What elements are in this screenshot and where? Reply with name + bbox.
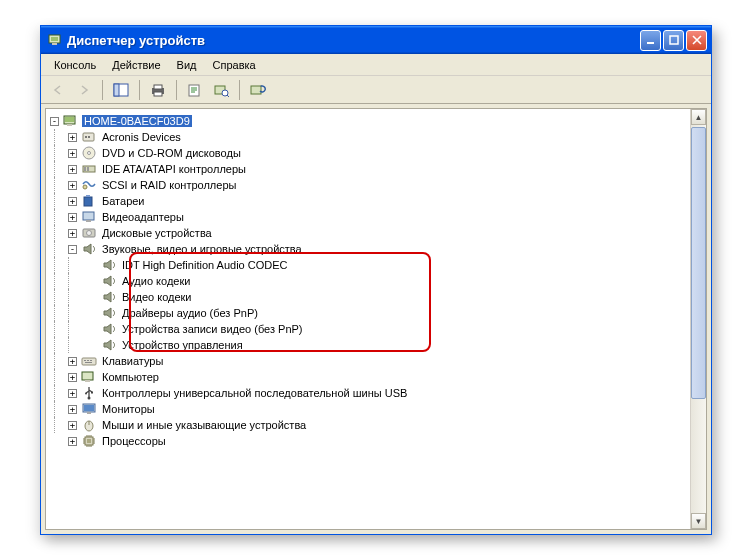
node-label[interactable]: Дисковые устройства bbox=[100, 227, 214, 239]
tree-node-cpu[interactable]: + Процессоры bbox=[50, 433, 686, 449]
sound-icon bbox=[101, 321, 117, 337]
vertical-scrollbar[interactable]: ▲ ▼ bbox=[690, 109, 706, 529]
tree-leaf-audio-drivers[interactable]: Драйверы аудио (без PnP) bbox=[50, 305, 686, 321]
titlebar[interactable]: Диспетчер устройств bbox=[41, 26, 711, 54]
node-label[interactable]: Acronis Devices bbox=[100, 131, 183, 143]
expander-plus-icon[interactable]: + bbox=[68, 229, 77, 238]
node-label[interactable]: Видео кодеки bbox=[120, 291, 194, 303]
node-label[interactable]: Звуковые, видео и игровые устройства bbox=[100, 243, 304, 255]
node-label[interactable]: IDT High Definition Audio CODEC bbox=[120, 259, 289, 271]
minimize-button[interactable] bbox=[640, 30, 661, 51]
expander-plus-icon[interactable]: + bbox=[68, 165, 77, 174]
maximize-button[interactable] bbox=[663, 30, 684, 51]
expander-plus-icon[interactable]: + bbox=[68, 389, 77, 398]
root-label[interactable]: HOME-0BAECF03D9 bbox=[82, 115, 192, 127]
svg-rect-2 bbox=[52, 43, 57, 45]
window-title: Диспетчер устройств bbox=[67, 33, 640, 48]
menu-help[interactable]: Справка bbox=[206, 57, 263, 73]
menu-console[interactable]: Консоль bbox=[47, 57, 103, 73]
toolbar-separator bbox=[239, 80, 240, 100]
tree-node-dvd[interactable]: + DVD и CD-ROM дисководы bbox=[50, 145, 686, 161]
tree-root[interactable]: - HOME-0BAECF03D9 bbox=[50, 113, 686, 129]
menu-action[interactable]: Действие bbox=[105, 57, 167, 73]
node-label[interactable]: Компьютер bbox=[100, 371, 161, 383]
node-label[interactable]: SCSI и RAID контроллеры bbox=[100, 179, 238, 191]
scroll-up-button[interactable]: ▲ bbox=[691, 109, 706, 125]
tree-node-battery[interactable]: + Батареи bbox=[50, 193, 686, 209]
sound-icon bbox=[101, 273, 117, 289]
scan-hardware-button[interactable] bbox=[210, 79, 232, 101]
svg-rect-32 bbox=[82, 358, 96, 365]
node-label[interactable]: Аудио кодеки bbox=[120, 275, 192, 287]
expander-plus-icon[interactable]: + bbox=[68, 437, 77, 446]
svg-rect-47 bbox=[87, 439, 91, 443]
expander-plus-icon[interactable]: + bbox=[68, 149, 77, 158]
expander-plus-icon[interactable]: + bbox=[68, 197, 77, 206]
svg-rect-35 bbox=[90, 360, 92, 361]
expander-plus-icon[interactable]: + bbox=[68, 133, 77, 142]
tree-node-disk[interactable]: + Дисковые устройства bbox=[50, 225, 686, 241]
tree-node-usb[interactable]: + Контроллеры универсальной последовател… bbox=[50, 385, 686, 401]
nav-forward-button bbox=[73, 79, 95, 101]
svg-rect-38 bbox=[85, 380, 90, 382]
svg-rect-1 bbox=[51, 37, 58, 41]
node-label[interactable]: IDE ATA/ATAPI контроллеры bbox=[100, 163, 248, 175]
expander-plus-icon[interactable]: + bbox=[68, 213, 77, 222]
sound-icon bbox=[101, 257, 117, 273]
expander-plus-icon[interactable]: + bbox=[68, 181, 77, 190]
node-label[interactable]: Мониторы bbox=[100, 403, 157, 415]
tree-node-acronis[interactable]: + Acronis Devices bbox=[50, 129, 686, 145]
scroll-thumb[interactable] bbox=[691, 127, 706, 399]
expander-minus-icon[interactable]: - bbox=[68, 245, 77, 254]
expander-plus-icon[interactable]: + bbox=[68, 405, 77, 414]
node-label[interactable]: Устройство управления bbox=[120, 339, 245, 351]
tree-node-monitor[interactable]: + Мониторы bbox=[50, 401, 686, 417]
close-button[interactable] bbox=[686, 30, 707, 51]
tree-node-sound[interactable]: - Звуковые, видео и игровые устройства bbox=[50, 241, 686, 257]
node-label[interactable]: Драйверы аудио (без PnP) bbox=[120, 307, 260, 319]
tree-leaf-video-capture[interactable]: Устройства записи видео (без PnP) bbox=[50, 321, 686, 337]
menu-view[interactable]: Вид bbox=[170, 57, 204, 73]
tree-node-ide[interactable]: + IDE ATA/ATAPI контроллеры bbox=[50, 161, 686, 177]
battery-icon bbox=[81, 193, 97, 209]
node-label[interactable]: DVD и CD-ROM дисководы bbox=[100, 147, 243, 159]
scroll-track[interactable] bbox=[691, 125, 706, 513]
tree-node-scsi[interactable]: + SCSI и RAID контроллеры bbox=[50, 177, 686, 193]
properties-button[interactable] bbox=[184, 79, 206, 101]
svg-rect-41 bbox=[91, 392, 93, 394]
show-hide-tree-button[interactable] bbox=[110, 79, 132, 101]
expander-plus-icon[interactable]: + bbox=[68, 357, 77, 366]
refresh-button[interactable] bbox=[247, 79, 269, 101]
svg-point-18 bbox=[85, 136, 87, 138]
expander-minus-icon[interactable]: - bbox=[50, 117, 59, 126]
device-tree[interactable]: - HOME-0BAECF03D9 + Acronis Devices + DV… bbox=[46, 109, 690, 529]
svg-rect-6 bbox=[114, 84, 119, 96]
expander-plus-icon[interactable]: + bbox=[68, 421, 77, 430]
svg-rect-13 bbox=[251, 86, 261, 94]
print-button[interactable] bbox=[147, 79, 169, 101]
tree-node-computer[interactable]: + Компьютер bbox=[50, 369, 686, 385]
tree-node-mouse[interactable]: + Мыши и иные указывающие устройства bbox=[50, 417, 686, 433]
expander-plus-icon[interactable]: + bbox=[68, 373, 77, 382]
node-label[interactable]: Видеоадаптеры bbox=[100, 211, 186, 223]
node-label[interactable]: Батареи bbox=[100, 195, 147, 207]
node-label[interactable]: Устройства записи видео (без PnP) bbox=[120, 323, 305, 335]
tree-leaf-video-codecs[interactable]: Видео кодеки bbox=[50, 289, 686, 305]
sound-icon bbox=[81, 241, 97, 257]
tree-node-display[interactable]: + Видеоадаптеры bbox=[50, 209, 686, 225]
tree-node-keyboard[interactable]: + Клавиатуры bbox=[50, 353, 686, 369]
tree-leaf-control-device[interactable]: Устройство управления bbox=[50, 337, 686, 353]
tree-leaf-audio-codecs[interactable]: Аудио кодеки bbox=[50, 273, 686, 289]
svg-rect-36 bbox=[85, 362, 92, 363]
node-label[interactable]: Контроллеры универсальной последовательн… bbox=[100, 387, 409, 399]
node-label[interactable]: Клавиатуры bbox=[100, 355, 165, 367]
node-label[interactable]: Процессоры bbox=[100, 435, 168, 447]
sound-icon bbox=[101, 289, 117, 305]
svg-rect-4 bbox=[670, 36, 678, 44]
node-label[interactable]: Мыши и иные указывающие устройства bbox=[100, 419, 308, 431]
computer-icon bbox=[63, 113, 79, 129]
svg-rect-26 bbox=[84, 197, 92, 206]
tree-leaf-idt-codec[interactable]: IDT High Definition Audio CODEC bbox=[50, 257, 686, 273]
toolbar bbox=[41, 76, 711, 104]
scroll-down-button[interactable]: ▼ bbox=[691, 513, 706, 529]
